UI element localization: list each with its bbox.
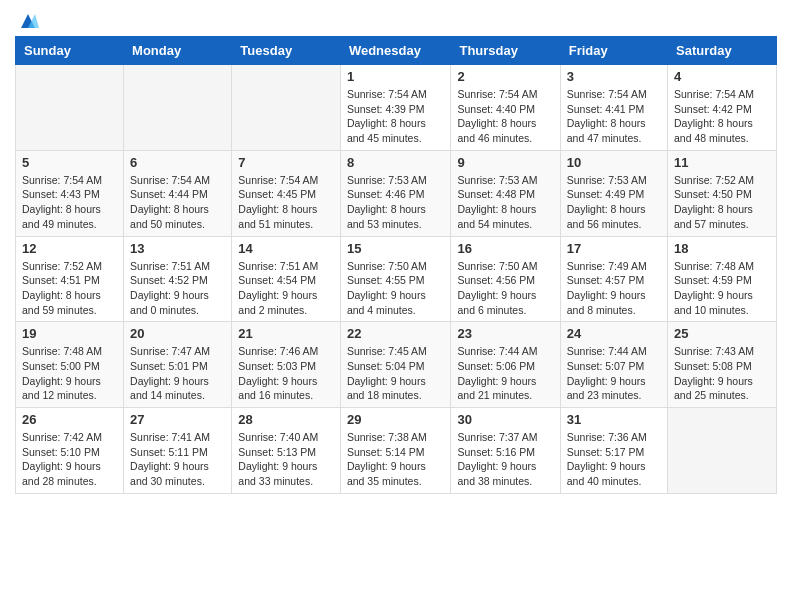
logo bbox=[15, 10, 39, 28]
calendar-cell: 14Sunrise: 7:51 AM Sunset: 4:54 PM Dayli… bbox=[232, 236, 341, 322]
day-number: 16 bbox=[457, 241, 553, 256]
day-number: 8 bbox=[347, 155, 445, 170]
day-info: Sunrise: 7:54 AM Sunset: 4:45 PM Dayligh… bbox=[238, 173, 334, 232]
calendar-cell: 20Sunrise: 7:47 AM Sunset: 5:01 PM Dayli… bbox=[124, 322, 232, 408]
day-number: 24 bbox=[567, 326, 661, 341]
calendar-cell bbox=[16, 65, 124, 151]
calendar-cell: 26Sunrise: 7:42 AM Sunset: 5:10 PM Dayli… bbox=[16, 408, 124, 494]
day-info: Sunrise: 7:49 AM Sunset: 4:57 PM Dayligh… bbox=[567, 259, 661, 318]
weekday-header-thursday: Thursday bbox=[451, 37, 560, 65]
calendar-week-2: 5Sunrise: 7:54 AM Sunset: 4:43 PM Daylig… bbox=[16, 150, 777, 236]
day-number: 18 bbox=[674, 241, 770, 256]
calendar-cell: 31Sunrise: 7:36 AM Sunset: 5:17 PM Dayli… bbox=[560, 408, 667, 494]
day-number: 20 bbox=[130, 326, 225, 341]
calendar-cell: 7Sunrise: 7:54 AM Sunset: 4:45 PM Daylig… bbox=[232, 150, 341, 236]
day-number: 4 bbox=[674, 69, 770, 84]
day-number: 26 bbox=[22, 412, 117, 427]
day-info: Sunrise: 7:46 AM Sunset: 5:03 PM Dayligh… bbox=[238, 344, 334, 403]
calendar-cell: 28Sunrise: 7:40 AM Sunset: 5:13 PM Dayli… bbox=[232, 408, 341, 494]
day-number: 13 bbox=[130, 241, 225, 256]
weekday-header-tuesday: Tuesday bbox=[232, 37, 341, 65]
day-number: 19 bbox=[22, 326, 117, 341]
day-number: 29 bbox=[347, 412, 445, 427]
day-number: 11 bbox=[674, 155, 770, 170]
day-info: Sunrise: 7:54 AM Sunset: 4:42 PM Dayligh… bbox=[674, 87, 770, 146]
calendar-cell: 10Sunrise: 7:53 AM Sunset: 4:49 PM Dayli… bbox=[560, 150, 667, 236]
day-info: Sunrise: 7:48 AM Sunset: 4:59 PM Dayligh… bbox=[674, 259, 770, 318]
calendar-week-4: 19Sunrise: 7:48 AM Sunset: 5:00 PM Dayli… bbox=[16, 322, 777, 408]
calendar-cell: 17Sunrise: 7:49 AM Sunset: 4:57 PM Dayli… bbox=[560, 236, 667, 322]
day-info: Sunrise: 7:47 AM Sunset: 5:01 PM Dayligh… bbox=[130, 344, 225, 403]
calendar-cell: 22Sunrise: 7:45 AM Sunset: 5:04 PM Dayli… bbox=[340, 322, 451, 408]
day-number: 2 bbox=[457, 69, 553, 84]
calendar-cell bbox=[668, 408, 777, 494]
day-info: Sunrise: 7:48 AM Sunset: 5:00 PM Dayligh… bbox=[22, 344, 117, 403]
day-number: 15 bbox=[347, 241, 445, 256]
day-number: 25 bbox=[674, 326, 770, 341]
calendar-cell: 2Sunrise: 7:54 AM Sunset: 4:40 PM Daylig… bbox=[451, 65, 560, 151]
day-info: Sunrise: 7:54 AM Sunset: 4:40 PM Dayligh… bbox=[457, 87, 553, 146]
day-info: Sunrise: 7:53 AM Sunset: 4:48 PM Dayligh… bbox=[457, 173, 553, 232]
calendar-cell: 19Sunrise: 7:48 AM Sunset: 5:00 PM Dayli… bbox=[16, 322, 124, 408]
day-info: Sunrise: 7:44 AM Sunset: 5:06 PM Dayligh… bbox=[457, 344, 553, 403]
calendar-cell: 24Sunrise: 7:44 AM Sunset: 5:07 PM Dayli… bbox=[560, 322, 667, 408]
day-info: Sunrise: 7:37 AM Sunset: 5:16 PM Dayligh… bbox=[457, 430, 553, 489]
calendar-cell: 6Sunrise: 7:54 AM Sunset: 4:44 PM Daylig… bbox=[124, 150, 232, 236]
day-number: 6 bbox=[130, 155, 225, 170]
calendar-cell: 21Sunrise: 7:46 AM Sunset: 5:03 PM Dayli… bbox=[232, 322, 341, 408]
weekday-header-sunday: Sunday bbox=[16, 37, 124, 65]
logo-icon bbox=[17, 10, 39, 32]
weekday-header-saturday: Saturday bbox=[668, 37, 777, 65]
calendar-cell bbox=[124, 65, 232, 151]
day-info: Sunrise: 7:43 AM Sunset: 5:08 PM Dayligh… bbox=[674, 344, 770, 403]
day-number: 28 bbox=[238, 412, 334, 427]
calendar-table: SundayMondayTuesdayWednesdayThursdayFrid… bbox=[15, 36, 777, 494]
day-info: Sunrise: 7:52 AM Sunset: 4:51 PM Dayligh… bbox=[22, 259, 117, 318]
calendar-week-5: 26Sunrise: 7:42 AM Sunset: 5:10 PM Dayli… bbox=[16, 408, 777, 494]
day-info: Sunrise: 7:54 AM Sunset: 4:44 PM Dayligh… bbox=[130, 173, 225, 232]
day-info: Sunrise: 7:51 AM Sunset: 4:52 PM Dayligh… bbox=[130, 259, 225, 318]
day-info: Sunrise: 7:54 AM Sunset: 4:41 PM Dayligh… bbox=[567, 87, 661, 146]
calendar-cell: 1Sunrise: 7:54 AM Sunset: 4:39 PM Daylig… bbox=[340, 65, 451, 151]
page-header bbox=[15, 10, 777, 28]
day-number: 23 bbox=[457, 326, 553, 341]
calendar-cell: 13Sunrise: 7:51 AM Sunset: 4:52 PM Dayli… bbox=[124, 236, 232, 322]
calendar-cell: 4Sunrise: 7:54 AM Sunset: 4:42 PM Daylig… bbox=[668, 65, 777, 151]
day-number: 17 bbox=[567, 241, 661, 256]
calendar-cell: 5Sunrise: 7:54 AM Sunset: 4:43 PM Daylig… bbox=[16, 150, 124, 236]
day-number: 22 bbox=[347, 326, 445, 341]
calendar-cell: 18Sunrise: 7:48 AM Sunset: 4:59 PM Dayli… bbox=[668, 236, 777, 322]
calendar-cell: 27Sunrise: 7:41 AM Sunset: 5:11 PM Dayli… bbox=[124, 408, 232, 494]
calendar-cell: 16Sunrise: 7:50 AM Sunset: 4:56 PM Dayli… bbox=[451, 236, 560, 322]
day-info: Sunrise: 7:42 AM Sunset: 5:10 PM Dayligh… bbox=[22, 430, 117, 489]
day-info: Sunrise: 7:38 AM Sunset: 5:14 PM Dayligh… bbox=[347, 430, 445, 489]
day-number: 12 bbox=[22, 241, 117, 256]
calendar-cell: 23Sunrise: 7:44 AM Sunset: 5:06 PM Dayli… bbox=[451, 322, 560, 408]
weekday-header-monday: Monday bbox=[124, 37, 232, 65]
day-number: 5 bbox=[22, 155, 117, 170]
day-info: Sunrise: 7:36 AM Sunset: 5:17 PM Dayligh… bbox=[567, 430, 661, 489]
day-number: 27 bbox=[130, 412, 225, 427]
day-info: Sunrise: 7:40 AM Sunset: 5:13 PM Dayligh… bbox=[238, 430, 334, 489]
calendar-cell: 12Sunrise: 7:52 AM Sunset: 4:51 PM Dayli… bbox=[16, 236, 124, 322]
day-info: Sunrise: 7:52 AM Sunset: 4:50 PM Dayligh… bbox=[674, 173, 770, 232]
day-info: Sunrise: 7:50 AM Sunset: 4:55 PM Dayligh… bbox=[347, 259, 445, 318]
weekday-header-friday: Friday bbox=[560, 37, 667, 65]
day-number: 7 bbox=[238, 155, 334, 170]
day-info: Sunrise: 7:45 AM Sunset: 5:04 PM Dayligh… bbox=[347, 344, 445, 403]
calendar-week-3: 12Sunrise: 7:52 AM Sunset: 4:51 PM Dayli… bbox=[16, 236, 777, 322]
day-number: 1 bbox=[347, 69, 445, 84]
calendar-cell: 30Sunrise: 7:37 AM Sunset: 5:16 PM Dayli… bbox=[451, 408, 560, 494]
day-info: Sunrise: 7:53 AM Sunset: 4:46 PM Dayligh… bbox=[347, 173, 445, 232]
calendar-cell: 25Sunrise: 7:43 AM Sunset: 5:08 PM Dayli… bbox=[668, 322, 777, 408]
day-number: 14 bbox=[238, 241, 334, 256]
day-info: Sunrise: 7:41 AM Sunset: 5:11 PM Dayligh… bbox=[130, 430, 225, 489]
weekday-header-row: SundayMondayTuesdayWednesdayThursdayFrid… bbox=[16, 37, 777, 65]
calendar-cell: 9Sunrise: 7:53 AM Sunset: 4:48 PM Daylig… bbox=[451, 150, 560, 236]
calendar-cell: 8Sunrise: 7:53 AM Sunset: 4:46 PM Daylig… bbox=[340, 150, 451, 236]
day-number: 3 bbox=[567, 69, 661, 84]
calendar-cell bbox=[232, 65, 341, 151]
calendar-cell: 15Sunrise: 7:50 AM Sunset: 4:55 PM Dayli… bbox=[340, 236, 451, 322]
day-info: Sunrise: 7:54 AM Sunset: 4:39 PM Dayligh… bbox=[347, 87, 445, 146]
day-info: Sunrise: 7:51 AM Sunset: 4:54 PM Dayligh… bbox=[238, 259, 334, 318]
